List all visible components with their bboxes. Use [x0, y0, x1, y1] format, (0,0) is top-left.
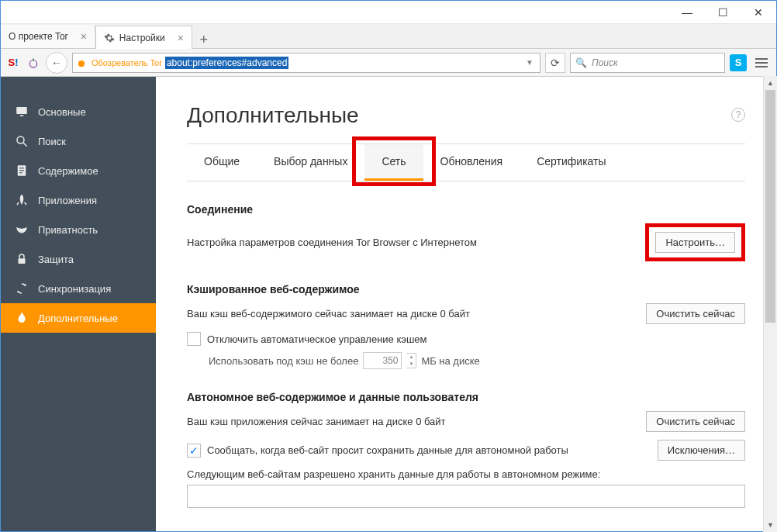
sidebar-item-sync[interactable]: Синхронизация: [1, 274, 156, 303]
window-maximize-button[interactable]: ☐: [705, 1, 741, 24]
skype-icon[interactable]: S: [730, 54, 747, 71]
nav-back-button[interactable]: ←: [46, 52, 67, 74]
sidebar-item-label: Приватность: [38, 224, 98, 236]
section-offline: Автономное веб-содержимое и данные польз…: [187, 391, 745, 508]
cache-limit-label-pre: Использовать под кэш не более: [209, 355, 358, 367]
browser-tab-bar: О проекте Tor × Настройки × +: [1, 24, 776, 49]
spinner-buttons[interactable]: ▲▼: [406, 353, 416, 368]
identity-label: Обозреватель Tor: [92, 58, 162, 67]
cache-desc: Ваш кэш веб-содержимого сейчас занимает …: [187, 308, 470, 320]
search-placeholder: Поиск: [592, 57, 618, 68]
connection-desc: Настройка параметров соединения Tor Brow…: [187, 237, 477, 248]
vertical-scrollbar[interactable]: ▲ ▼: [763, 76, 777, 532]
offline-list-label: Следующим веб-сайтам разрешено хранить д…: [187, 468, 745, 480]
svg-point-4: [17, 136, 24, 143]
svg-rect-9: [19, 172, 22, 173]
gear-icon: [104, 33, 115, 43]
scroll-thumb[interactable]: [765, 90, 775, 323]
mask-icon: [15, 223, 29, 237]
window-close-button[interactable]: ✕: [741, 1, 776, 24]
url-dropdown-icon[interactable]: ▼: [523, 58, 537, 67]
help-icon[interactable]: ?: [731, 108, 745, 122]
scroll-up-arrow[interactable]: ▲: [764, 76, 777, 90]
svg-rect-8: [19, 170, 24, 171]
sidebar-item-general[interactable]: Основные: [1, 97, 156, 126]
svg-point-1: [78, 60, 85, 67]
svg-rect-7: [19, 168, 24, 168]
tab-label: Настройки: [119, 33, 165, 43]
notify-offline-checkbox[interactable]: [187, 444, 201, 458]
subtab-network[interactable]: Сеть: [364, 144, 423, 181]
sidebar-item-label: Синхронизация: [38, 283, 111, 295]
window-titlebar: — ☐ ✕: [1, 1, 776, 24]
section-connection: Соединение Настройка параметров соединен…: [187, 203, 745, 261]
browser-toolbar: S! ← Обозреватель Tor about:preferences#…: [1, 49, 776, 77]
settings-button[interactable]: Настроить…: [655, 232, 735, 253]
search-icon: [15, 134, 29, 148]
offline-desc: Ваш кэш приложения сейчас занимает на ди…: [187, 416, 446, 427]
section-cache: Кэшированное веб-содержимое Ваш кэш веб-…: [187, 283, 745, 369]
subtab-certs[interactable]: Сертификаты: [520, 144, 623, 181]
monitor-icon: [15, 105, 29, 119]
sidebar-item-label: Защита: [38, 254, 74, 265]
sidebar-item-label: Поиск: [38, 136, 66, 147]
svg-rect-10: [19, 258, 26, 264]
sidebar-item-applications[interactable]: Приложения: [1, 185, 156, 215]
url-bar[interactable]: Обозреватель Tor about:preferences#advan…: [72, 53, 540, 73]
section-heading: Автономное веб-содержимое и данные польз…: [187, 391, 745, 403]
sidebar-item-content[interactable]: Содержимое: [1, 156, 156, 185]
url-text: about:preferences#advanced: [165, 57, 288, 69]
tab-close-icon[interactable]: ×: [81, 30, 87, 43]
sidebar-item-security[interactable]: Защита: [1, 244, 156, 274]
extension-icon-s[interactable]: S!: [5, 55, 21, 71]
content-area: Основные Поиск Содержимое Приложения При…: [1, 77, 776, 532]
sidebar-item-label: Содержимое: [38, 165, 98, 177]
sidebar-item-label: Приложения: [38, 195, 97, 206]
browser-tab-about-tor[interactable]: О проекте Tor ×: [1, 25, 95, 48]
sync-icon: [15, 282, 29, 295]
subtab-data[interactable]: Выбор данных: [257, 144, 364, 181]
onion-identity-icon: [76, 57, 87, 68]
preferences-sidebar: Основные Поиск Содержимое Приложения При…: [1, 77, 156, 532]
preferences-main: Дополнительные ? Общие Выбор данных Сеть…: [156, 77, 776, 532]
section-heading: Кэшированное веб-содержимое: [187, 283, 745, 295]
sidebar-item-label: Дополнительные: [38, 313, 118, 324]
scroll-down-arrow[interactable]: ▼: [764, 518, 777, 532]
clear-cache-button[interactable]: Очистить сейчас: [646, 303, 745, 324]
clear-offline-button[interactable]: Очистить сейчас: [646, 411, 745, 432]
sidebar-item-search[interactable]: Поиск: [1, 126, 156, 156]
svg-rect-3: [20, 116, 24, 117]
window-minimize-button[interactable]: —: [669, 1, 705, 24]
sidebar-item-privacy[interactable]: Приватность: [1, 215, 156, 244]
override-cache-checkbox[interactable]: [187, 332, 201, 346]
lock-icon: [15, 252, 29, 266]
checkbox-label: Отключить автоматическое управление кэше…: [207, 333, 427, 345]
exceptions-button[interactable]: Исключения…: [658, 440, 745, 461]
tab-close-icon[interactable]: ×: [178, 32, 184, 44]
section-heading: Соединение: [187, 203, 745, 216]
tab-label: О проекте Tor: [9, 31, 68, 42]
svg-line-5: [23, 143, 27, 147]
menu-button[interactable]: [751, 53, 772, 73]
search-icon: 🔍: [575, 57, 587, 68]
cache-limit-input[interactable]: [363, 352, 402, 369]
svg-point-0: [29, 60, 36, 67]
sidebar-item-label: Основные: [38, 106, 86, 118]
new-tab-button[interactable]: +: [192, 32, 216, 48]
flame-icon: [15, 311, 29, 325]
subtab-general[interactable]: Общие: [187, 144, 257, 181]
page-title: Дополнительные: [187, 103, 745, 128]
tor-onion-icon[interactable]: [26, 55, 41, 71]
subtab-updates[interactable]: Обновления: [423, 144, 520, 181]
checkbox-label: Сообщать, когда веб-сайт просит сохранит…: [207, 444, 568, 456]
browser-tab-settings[interactable]: Настройки ×: [95, 26, 192, 49]
rocket-icon: [15, 193, 29, 207]
document-icon: [15, 164, 29, 178]
sidebar-item-advanced[interactable]: Дополнительные: [1, 303, 156, 333]
svg-rect-2: [16, 107, 27, 114]
cache-limit-label-post: МБ на диске: [421, 355, 479, 367]
search-box[interactable]: 🔍 Поиск: [570, 53, 725, 73]
subtab-bar: Общие Выбор данных Сеть Обновления Серти…: [187, 143, 745, 181]
offline-sites-list[interactable]: [187, 485, 745, 508]
reload-button[interactable]: ⟳: [545, 53, 565, 73]
